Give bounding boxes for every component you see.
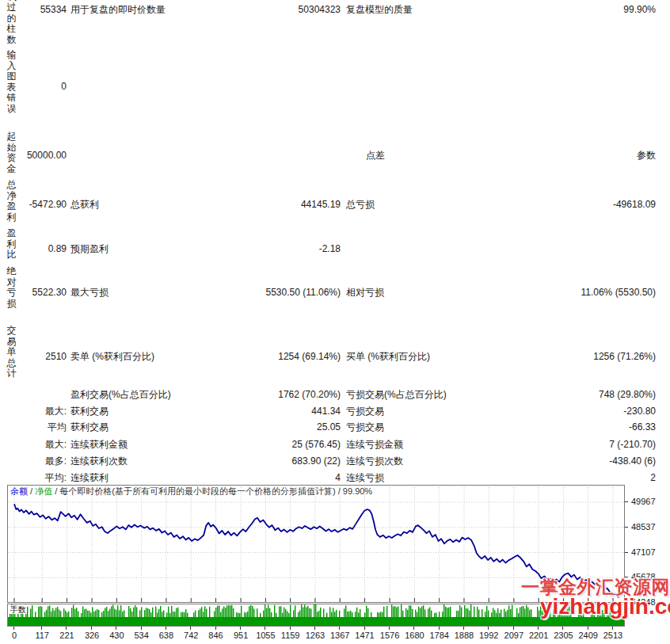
lots-panel: 手数: [7, 604, 625, 627]
x-tick-mark: [314, 627, 315, 630]
x-tick-mark: [463, 627, 464, 630]
cell-value: 441.34: [182, 406, 341, 417]
x-tick-mark: [240, 627, 241, 630]
cell-value: 50000.00: [0, 150, 67, 161]
cell-label: 复盘模型的质量: [346, 4, 413, 15]
x-tick-label: 1992: [474, 631, 503, 640]
table-row: 盈利交易(%占总百分比) 1762 (70.20%) 亏损交易(%占总百分比) …: [0, 389, 670, 401]
x-tick-mark: [215, 627, 216, 630]
x-tick-mark: [166, 627, 166, 630]
cell-label: 连续亏损金额: [346, 439, 403, 450]
cell-label: 亏损交易(%占总百分比): [346, 389, 447, 400]
cell-prefix: 平均: [0, 421, 67, 433]
x-tick-mark: [13, 627, 14, 630]
cell-label: 点差: [366, 150, 385, 161]
table-row: 50000.00 点差 参数: [0, 150, 670, 162]
cell-label: 买单 (%获利百分比): [346, 351, 430, 362]
cell-value: 4: [182, 472, 341, 483]
cell-label: 预期盈利: [70, 243, 108, 254]
x-tick-mark: [612, 627, 613, 630]
x-tick-mark: [488, 627, 489, 630]
x-tick-mark: [439, 627, 440, 630]
legend-separator: /: [28, 486, 35, 496]
cell-label: 参数: [497, 150, 656, 161]
table-row: 0.89 预期盈利 -2.18: [0, 243, 670, 255]
x-tick-label: 1471: [351, 631, 379, 640]
cell-label: 获利交易: [70, 406, 108, 417]
table-row: 5522.30 最大亏损 5530.50 (11.06%) 相对亏损 11.06…: [0, 287, 670, 299]
cell-value: 2510: [0, 351, 67, 362]
x-tick-label: 846: [202, 631, 230, 640]
cell-value: 44145.19: [182, 199, 341, 210]
cell-value: 50304323: [182, 4, 341, 15]
cell-value: 1256 (71.26%): [497, 351, 656, 362]
table-row: 平均: 连续获利 4 连续亏损 2: [0, 472, 670, 484]
legend-equity-label: 净值: [35, 486, 52, 496]
lots-label: 手数: [10, 605, 27, 614]
chart-legend: 余额 / 净值 / 每个即时价格(基于所有可利用的最小时段的每一个价格的分形插值…: [10, 486, 372, 496]
cell-label: 连续获利金额: [70, 439, 128, 450]
table-row: 最大: 获利交易 441.34 亏损交易 -230.80: [0, 406, 670, 417]
table-row: 55334 用于复盘的即时价数量 50304323 复盘模型的质量 99.90%: [0, 4, 670, 16]
x-axis-labels: 0117221326430534638742846951105511591263…: [7, 631, 641, 642]
y-tick-label: 47107: [631, 547, 656, 557]
x-tick-mark: [538, 627, 539, 630]
legend-separator: /: [336, 486, 343, 496]
x-tick-mark: [588, 627, 588, 630]
x-tick-mark: [513, 627, 514, 630]
x-tick-mark: [389, 627, 390, 630]
cell-label: 总获利: [70, 199, 99, 210]
x-tick-mark: [339, 627, 340, 630]
legend-balance-label: 余额: [10, 486, 28, 496]
cell-prefix: 平均:: [0, 472, 67, 483]
x-tick-mark: [91, 627, 92, 630]
cell-value: 683.90 (22): [182, 455, 341, 467]
cell-value: -2.18: [182, 243, 341, 254]
cell-label: 获利交易: [70, 421, 108, 433]
cell-prefix: 最多:: [0, 455, 67, 467]
cell-value: -230.80: [497, 406, 656, 417]
cell-value: 25.05: [182, 421, 341, 433]
table-row: 0: [0, 81, 670, 93]
cell-value: 2: [497, 472, 656, 483]
cell-prefix: 最大:: [0, 439, 67, 450]
cell-value: 55334: [0, 4, 67, 15]
table-row: -5472.90 总获利 44145.19 总亏损 -49618.09: [0, 199, 670, 211]
cell-value: 11.06% (5530.50): [497, 287, 656, 298]
x-tick-mark: [413, 627, 414, 630]
cell-value: 1762 (70.20%): [182, 389, 341, 400]
y-tick-label: 49967: [631, 497, 656, 506]
cell-label: 盈利交易(%占总百分比): [70, 389, 171, 400]
cell-label: 最大亏损: [70, 287, 108, 298]
x-axis-ticks: [7, 627, 626, 630]
x-tick-mark: [265, 627, 265, 630]
legend-quality: 99.90%: [343, 486, 372, 496]
cell-value: 25 (576.45): [182, 439, 341, 450]
table-row: 平均 获利交易 25.05 亏损交易 -66.33: [0, 421, 670, 433]
y-tick-mark: [625, 527, 628, 528]
cell-label: 亏损交易: [346, 406, 384, 417]
table-row: 最多: 连续获利次数 683.90 (22) 连续亏损次数 -438.40 (6…: [0, 455, 670, 467]
cell-value: -49618.09: [497, 199, 656, 210]
cell-value: 5522.30: [0, 287, 67, 298]
cell-value: 7 (-210.70): [497, 439, 656, 450]
cell-value: 0: [0, 81, 67, 92]
cell-value: 748 (29.80%): [497, 389, 656, 400]
legend-description: 每个即时价格(基于所有可利用的最小时段的每一个价格的分形插值计算): [59, 486, 335, 496]
cell-label: 连续亏损次数: [346, 455, 403, 467]
cell-label: 亏损交易: [346, 421, 384, 433]
cell-value: 5530.50 (11.06%): [182, 287, 341, 298]
cell-label: 用于复盘的即时价数量: [70, 4, 166, 15]
legend-separator: /: [52, 486, 59, 496]
x-tick-mark: [41, 627, 42, 630]
lots-svg: [8, 604, 624, 626]
cell-label: 连续亏损: [346, 472, 384, 483]
x-tick-mark: [190, 627, 191, 630]
cell-label: 连续获利: [70, 472, 108, 483]
x-tick-label: 0: [0, 631, 29, 640]
x-tick-mark: [141, 627, 142, 630]
cell-label: 连续获利次数: [70, 455, 128, 467]
cell-label: 相对亏损: [346, 287, 384, 298]
cell-label: 卖单 (%获利百分比): [70, 351, 154, 362]
cell-value: -438.40 (6): [497, 455, 656, 467]
